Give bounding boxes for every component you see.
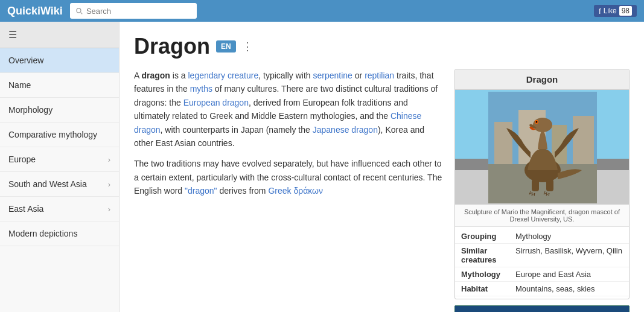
svg-rect-12 [454, 305, 630, 312]
dragon-word-link[interactable]: "dragon" [185, 186, 217, 196]
chinese-dragon-link[interactable]: Chinese dragon [134, 111, 421, 134]
article-text: A dragon is a legendary creature, typica… [134, 69, 442, 312]
infobox-row-similar: Similar creatures Sirrush, Basilisk, Wyv… [455, 244, 629, 267]
sidebar-item-label: Name [8, 80, 31, 90]
sidebar-item-label: Overview [8, 56, 43, 65]
myths-link[interactable]: myths [190, 84, 212, 94]
like-count: 98 [619, 6, 632, 16]
page-title: Dragon [134, 34, 210, 59]
sidebar-item-label: South and West Asia [8, 179, 87, 189]
like-label: Like [604, 7, 617, 15]
sidebar-item-morphology[interactable]: Morphology [0, 98, 119, 123]
chevron-right-icon: › [108, 155, 110, 164]
dragon-second-image [454, 305, 630, 312]
infobox-value: Mythology [515, 232, 551, 241]
serpentine-link[interactable]: serpentine [313, 71, 352, 80]
sidebar: ☰ Overview Name Morphology Comparative m… [0, 22, 120, 312]
japanese-dragon-link[interactable]: Japanese dragon [313, 125, 378, 135]
dragon-main-image [455, 90, 630, 205]
content-area: A dragon is a legendary creature, typica… [134, 69, 630, 312]
sidebar-item-overview[interactable]: Overview [0, 48, 119, 73]
search-icon [75, 7, 83, 15]
sidebar-item-label: Comparative mythology [8, 130, 97, 139]
sidebar-item-label: East Asia [8, 204, 43, 214]
european-dragon-link[interactable]: European dragon [183, 98, 249, 107]
infobox-title: Dragon [455, 69, 629, 90]
sidebar-item-europe[interactable]: Europe › [0, 147, 119, 172]
infobox-value: Sirrush, Basilisk, Wyvern, Qilin [515, 246, 622, 264]
svg-point-7 [533, 118, 552, 132]
infobox-label: Grouping [461, 232, 515, 241]
sidebar-item-label: Morphology [8, 105, 53, 115]
fb-like-button[interactable]: f Like 98 [594, 5, 637, 17]
infobox-row-mythology: Mythology Europe and East Asia [455, 267, 629, 282]
sidebar-item-label: Modern depictions [8, 229, 77, 238]
sidebar-item-name[interactable]: Name [0, 73, 119, 98]
dragon-bold: dragon [141, 71, 170, 80]
sidebar-item-south-west-asia[interactable]: South and West Asia › [0, 172, 119, 197]
infobox: Dragon [454, 69, 630, 299]
para2: The two traditions may have evolved sepa… [134, 157, 442, 197]
language-badge[interactable]: EN [216, 40, 236, 53]
main-content: Dragon EN ⋮ A dragon is a legendary crea… [120, 22, 644, 312]
reptilian-link[interactable]: reptilian [365, 71, 394, 80]
chevron-right-icon: › [108, 205, 110, 214]
svg-rect-4 [573, 116, 594, 164]
chevron-right-icon: › [108, 180, 110, 189]
infobox-value: Mountains, seas, skies [515, 284, 595, 293]
dragon-tile-svg [454, 305, 630, 312]
legendary-creature-link[interactable]: legendary creature [188, 71, 259, 80]
dragon-sculpture-svg [488, 92, 597, 203]
right-panel: Dragon [454, 69, 630, 312]
sidebar-item-east-asia[interactable]: East Asia › [0, 197, 119, 221]
svg-point-9 [536, 121, 538, 123]
infobox-caption: Sculpture of Mario the Magnificent, drag… [455, 205, 629, 227]
sidebar-item-modern-depictions[interactable]: Modern depictions [0, 221, 119, 246]
infobox-label: Similar creatures [461, 246, 515, 264]
infobox-label: Habitat [461, 284, 515, 293]
more-options-icon[interactable]: ⋮ [242, 40, 253, 53]
logo[interactable]: QuickiWiki [7, 5, 63, 18]
sidebar-hamburger[interactable]: ☰ [0, 22, 119, 48]
fb-icon: f [599, 7, 601, 16]
svg-rect-10 [532, 179, 539, 191]
svg-rect-11 [546, 179, 553, 191]
layout: ☰ Overview Name Morphology Comparative m… [0, 22, 644, 312]
search-input[interactable] [86, 7, 192, 16]
sidebar-item-label: Europe [8, 154, 36, 164]
search-container [70, 3, 197, 19]
hamburger-icon: ☰ [8, 29, 17, 40]
header: QuickiWiki f Like 98 [0, 0, 644, 22]
infobox-label: Mythology [461, 270, 515, 279]
infobox-row-grouping: Grouping Mythology [455, 229, 629, 244]
title-area: Dragon EN ⋮ [134, 34, 630, 59]
greek-link[interactable]: Greek δράκων [268, 186, 323, 196]
infobox-value: Europe and East Asia [515, 270, 591, 279]
infobox-row-habitat: Habitat Mountains, seas, skies [455, 282, 629, 296]
svg-rect-1 [494, 122, 512, 164]
intro-paragraph: A dragon is a legendary creature, typica… [134, 69, 442, 150]
sidebar-item-comparative-mythology[interactable]: Comparative mythology [0, 123, 119, 147]
infobox-table: Grouping Mythology Similar creatures Sir… [455, 227, 629, 299]
